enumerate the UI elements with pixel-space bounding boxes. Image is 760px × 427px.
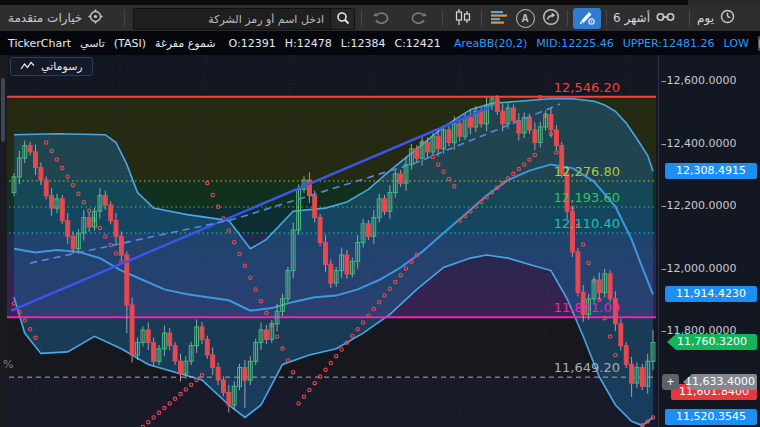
share-button[interactable] — [538, 8, 564, 28]
chart-style-button[interactable] — [450, 8, 476, 28]
advanced-options-label: خيارات متقدمة — [8, 11, 82, 25]
period-selector[interactable]: 6 أشهر — [613, 5, 675, 31]
redo-button[interactable] — [406, 8, 432, 28]
advanced-options-button[interactable]: خيارات متقدمة — [8, 5, 103, 31]
toolbar-divider — [689, 10, 690, 26]
undo-icon — [372, 10, 390, 27]
legend-symbol-en: (TASI) — [114, 37, 146, 50]
interval-selector[interactable]: يوم — [697, 5, 735, 31]
legend-chart-type: شموع مفرغة — [155, 37, 216, 50]
scrollbar-thumb[interactable] — [1, 78, 5, 142]
legend-close: C:12421 — [394, 37, 440, 50]
toolbar-divider — [361, 10, 362, 26]
legend-indicator-mid: MID:12225.46 — [536, 37, 613, 50]
percent-label: % — [3, 358, 13, 371]
toolbar-divider — [124, 10, 125, 26]
level-label: 11,841.00 — [554, 300, 620, 315]
tickerchart-app: خيارات متقدمة — [0, 0, 760, 427]
axis-tick-label: –12,400.0000 — [661, 136, 736, 149]
drawing-tools-button[interactable] — [573, 8, 601, 29]
pen-gear-icon — [578, 9, 596, 28]
undo-button[interactable] — [368, 8, 394, 28]
level-label: 12,276.80 — [554, 164, 620, 179]
toolbar-divider — [606, 10, 607, 26]
link-icon — [656, 11, 675, 26]
my-drawings-button[interactable]: رسوماتي — [10, 57, 93, 76]
price-badge-gray: 11,633.4000 — [683, 374, 757, 390]
search-button[interactable] — [330, 9, 354, 29]
price-chart[interactable]: 12,546.2012,276.8012,193.6012,110.4011,8… — [0, 55, 760, 427]
legend-indicator-name[interactable]: AreaBB(20,2) — [454, 37, 527, 50]
auto-scale-button[interactable]: A — [512, 8, 538, 28]
level-label: 11,649.20 — [554, 360, 620, 375]
axis-tick-label: –12,200.0000 — [661, 199, 736, 212]
price-badge-blue: 11,520.3545 — [665, 409, 757, 425]
price-axis[interactable]: –12,600.0000–12,400.0000–12,200.0000–12,… — [658, 55, 760, 427]
price-badge-blue: 11,914.4230 — [665, 286, 757, 302]
legend-indicator-upper: UPPER:12481.26 — [623, 37, 715, 50]
left-scrollbar[interactable] — [0, 55, 7, 427]
level-label: 12,193.60 — [554, 190, 620, 205]
legend-low: L:12384 — [341, 37, 386, 50]
clock-icon — [720, 9, 735, 27]
redo-icon — [410, 10, 428, 27]
price-badge-blue: 12,308.4915 — [665, 163, 757, 179]
interval-label: يوم — [697, 11, 714, 25]
candlestick-icon — [453, 8, 473, 29]
main-toolbar: خيارات متقدمة — [0, 5, 760, 32]
search-input[interactable] — [134, 9, 330, 29]
share-arrow-icon — [542, 8, 560, 29]
legend-open: O:12391 — [229, 37, 276, 50]
indicators-button[interactable] — [486, 8, 512, 28]
toolbar-divider — [567, 10, 568, 26]
line-chart-icon — [20, 60, 35, 74]
symbol-search — [133, 8, 355, 30]
price-badge-green: 11,760.3200 — [667, 334, 757, 350]
add-alert-button[interactable]: + — [662, 374, 679, 390]
chart-legend: TickerChart تاسي (TASI) شموع مفرغة O:123… — [0, 31, 760, 55]
legend-symbol-ar: تاسي — [80, 37, 105, 50]
toolbar-divider — [481, 10, 482, 26]
level-label: 12,110.40 — [554, 216, 620, 231]
period-label: 6 أشهر — [613, 11, 650, 25]
circle-a-icon: A — [516, 9, 535, 28]
axis-tick-label: –12,600.0000 — [661, 74, 736, 87]
my-drawings-label: رسوماتي — [41, 60, 83, 73]
legend-high: H:12478 — [285, 37, 332, 50]
gear-icon — [88, 9, 103, 27]
toolbar-divider — [442, 10, 443, 26]
level-label: 12,546.20 — [554, 80, 620, 95]
legend-app-name: TickerChart — [8, 37, 71, 50]
profile-bars-icon — [490, 9, 508, 28]
axis-tick-label: –12,000.0000 — [661, 261, 736, 274]
legend-indicator-low: LOW — [724, 37, 749, 50]
search-icon — [336, 11, 350, 28]
